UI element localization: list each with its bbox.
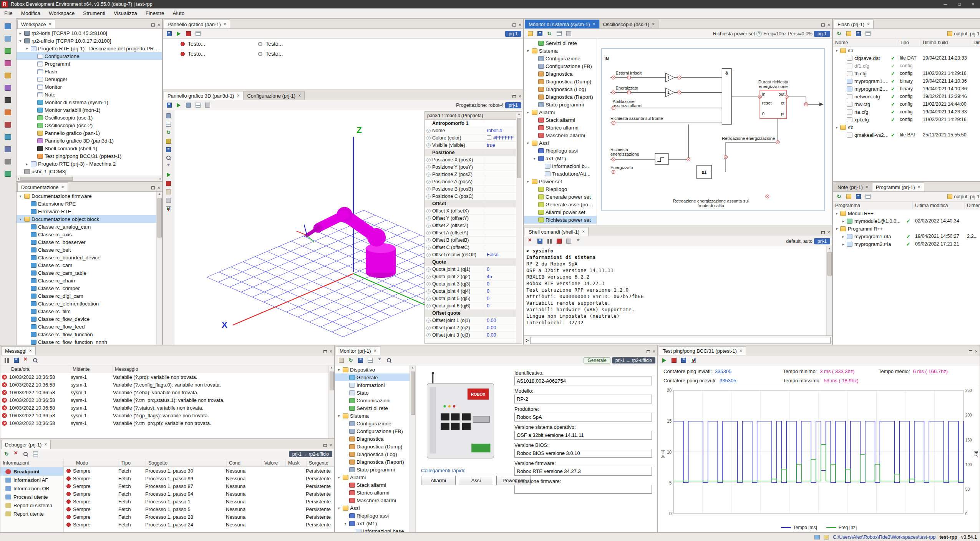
float-panel-icon[interactable] — [821, 23, 825, 27]
view3d-tool-button[interactable] — [164, 179, 173, 187]
float-panel-icon[interactable] — [323, 444, 327, 447]
breakpoint-icon[interactable] — [66, 500, 71, 504]
tab-flash[interactable]: Flash (prj-1) × — [834, 20, 874, 28]
property-value[interactable]: true — [487, 143, 515, 148]
view3d-tool-button[interactable] — [164, 188, 173, 196]
tree-item[interactable]: usbc-1 [COM3] — [17, 168, 162, 175]
property-row[interactable]: Quota joint 6 (qj6) 0 — [425, 302, 516, 310]
property-row[interactable]: Offset A (offsetA) — [425, 229, 516, 237]
tree-item[interactable]: Generale — [335, 373, 410, 381]
float-panel-icon[interactable] — [151, 186, 155, 189]
debugger-nav-item[interactable]: Breakpoint — [0, 467, 63, 476]
property-row[interactable]: Offset quote — [425, 310, 516, 317]
toolbar-button[interactable] — [660, 357, 668, 364]
property-value[interactable]: 0.00 — [487, 332, 515, 338]
flash-row[interactable]: myprogram1.r4a ✓ binary 19/04/2021 14:10… — [833, 77, 980, 85]
message-row[interactable]: 10/03/2022 10:36:58 sysm-1 Variabile (?.… — [0, 404, 334, 412]
toolbar-button[interactable] — [536, 237, 544, 245]
toolbar-button[interactable] — [165, 30, 173, 38]
expander-icon[interactable]: ▸ — [841, 242, 846, 246]
toolbar-button[interactable] — [679, 357, 688, 364]
panel-text-item[interactable]: Testo... — [188, 51, 205, 57]
panel-text-item[interactable]: Testo... — [265, 51, 283, 57]
toolbar-button[interactable] — [670, 357, 678, 364]
toolbar-button[interactable] — [366, 357, 374, 364]
tree-item[interactable]: ▾ Dispositivo — [335, 366, 410, 373]
breakpoint-row[interactable]: Sempre Fetch Processo 1, passo 30 Nessun… — [64, 467, 334, 475]
tree-item[interactable]: Monitor di sistema (sysm-1) — [17, 98, 162, 106]
tree-item[interactable]: Classe rc_belt — [17, 246, 156, 254]
expander-icon[interactable]: ▾ — [18, 39, 23, 43]
column-header[interactable]: Sorgente — [307, 459, 334, 466]
flash-row[interactable]: rte.cfg ✓ config 19/04/2021 14:23:33 — [833, 108, 980, 116]
breakpoint-row[interactable]: Sempre Fetch Processo 1, passo 1 Nessuna… — [64, 498, 334, 505]
flash-row[interactable]: df1.cfg ✓ config — [833, 62, 980, 70]
tree-item[interactable]: Configurazione — [335, 420, 410, 427]
tab-close-icon[interactable]: × — [224, 22, 226, 27]
column-header[interactable]: Dimensione — [971, 39, 980, 46]
tab-documentazione[interactable]: Documentazione × — [17, 183, 68, 191]
property-row[interactable]: Posizione A (posA) — [425, 178, 516, 186]
property-value[interactable]: 0 — [487, 296, 515, 301]
property-value[interactable]: robot-4 — [487, 128, 515, 133]
quick-links-label[interactable]: Collegamenti rapidi: — [421, 468, 507, 473]
property-value[interactable]: 45 — [487, 274, 515, 279]
tree-item[interactable]: Flash — [17, 68, 162, 75]
column-header[interactable]: Ultima modifica — [913, 202, 965, 209]
breakpoint-icon[interactable] — [66, 492, 71, 496]
tool-button[interactable] — [2, 168, 14, 179]
float-panel-icon[interactable] — [151, 23, 155, 27]
property-row[interactable]: Offset Y (offsetY) — [425, 215, 516, 222]
toolbar-button[interactable] — [526, 237, 534, 245]
flash-row[interactable]: ▾ /fb — [833, 123, 980, 131]
shell-mode-label[interactable]: default, auto — [786, 239, 813, 244]
tree-item[interactable]: Allarmi power set — [524, 208, 597, 216]
program-row[interactable]: ▾ Moduli R++ — [833, 209, 980, 217]
tree-item[interactable]: Classe rc_digi_cam — [17, 292, 156, 300]
toolbar-button[interactable] — [2, 357, 11, 364]
tree-item[interactable]: Comunicazioni — [335, 397, 410, 404]
expander-icon[interactable]: ▸ — [25, 162, 29, 166]
expander-icon[interactable]: ▾ — [834, 211, 839, 216]
property-row[interactable]: Quota joint 3 (qj3) 0 — [425, 280, 516, 288]
expander-icon[interactable]: ▾ — [526, 49, 530, 53]
tree-item[interactable]: Classe rc_flow_function — [17, 330, 156, 338]
terminal-output[interactable]: > sysinfoInformazioni di sistemaRP-2 da … — [524, 246, 832, 335]
tree-item[interactable]: Estensione RPE — [17, 200, 156, 207]
tree-item[interactable]: Generale asse (pow... — [524, 201, 597, 208]
scroll-thumb[interactable] — [20, 177, 73, 181]
tree-item[interactable]: Classe rc_elementlocation — [17, 300, 156, 307]
flash-row[interactable]: myprogram2.r4a ✓ binary 19/04/2021 14:10… — [833, 85, 980, 93]
close-panel-icon[interactable]: × — [518, 23, 521, 27]
tree-item[interactable]: Servizi di rete — [524, 39, 597, 47]
tab-close-icon[interactable]: × — [237, 93, 239, 98]
flash-row[interactable]: network.cfg ✓ config 19/02/2021 13:39:46 — [833, 93, 980, 100]
expander-icon[interactable]: ▾ — [343, 521, 348, 526]
tree-item[interactable]: Stato programmi — [524, 101, 597, 108]
property-value[interactable]: Falso — [487, 252, 515, 257]
expander-icon[interactable]: ▾ — [834, 227, 839, 231]
toolbar-button[interactable] — [337, 357, 345, 364]
view3d-tool-button[interactable] — [164, 171, 173, 179]
property-row[interactable]: Antropomorfo 1 — [425, 120, 516, 127]
property-row[interactable]: Quote — [425, 259, 516, 266]
tab-close-icon[interactable]: × — [866, 184, 868, 190]
tab-messaggi[interactable]: Messaggi × — [1, 346, 36, 355]
float-panel-icon[interactable] — [647, 350, 650, 353]
breakpoint-icon[interactable] — [66, 484, 71, 488]
close-panel-icon[interactable]: × — [329, 350, 332, 353]
tree-item[interactable]: Riepilogo — [524, 185, 597, 193]
tree-item[interactable]: Stack allarmi — [335, 481, 410, 489]
tree-item[interactable]: ▾ ax1 (M1) — [335, 519, 410, 527]
tree-item[interactable]: Maschere allarmi — [524, 131, 597, 139]
expander-icon[interactable]: ▾ — [834, 125, 839, 129]
message-row[interactable]: 10/03/2022 10:36:58 sysm-1 Variabile (?.… — [0, 373, 334, 381]
tool-button[interactable] — [2, 119, 14, 130]
assi-button[interactable]: Assi — [459, 476, 493, 485]
view3d-tool-button[interactable] — [164, 154, 173, 162]
toolbar-button[interactable] — [22, 357, 30, 364]
tree-item[interactable]: Configurazione (FB) — [524, 62, 597, 70]
menu-item[interactable]: Aiuto — [168, 10, 189, 16]
breakpoint-icon[interactable] — [66, 515, 71, 519]
expander-icon[interactable]: ▾ — [337, 368, 341, 372]
